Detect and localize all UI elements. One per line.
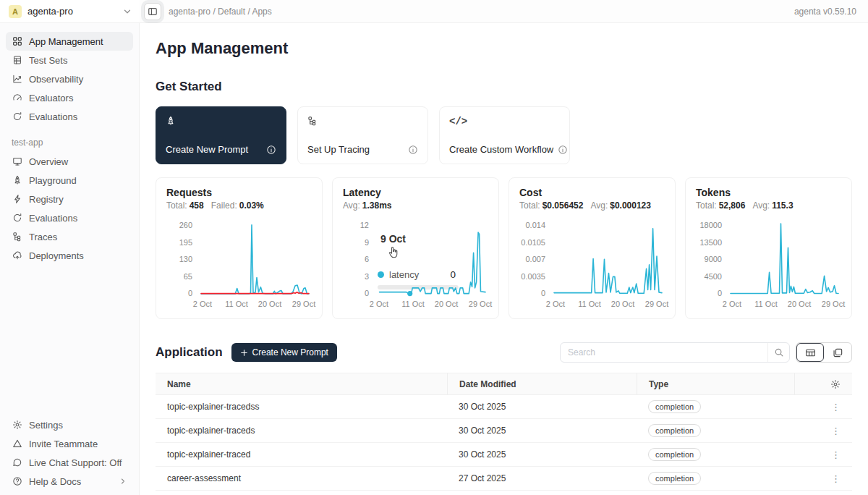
y-tick-label: 65 [184,272,192,281]
metric-card-cost: CostTotal:$0.056452Avg:$0.0001230.0140.0… [509,177,676,319]
info-icon[interactable] [266,145,276,155]
get-started-card-create-new-prompt[interactable]: Create New Prompt [156,106,286,164]
x-tick-label: 2 Oct [546,300,565,308]
y-tick-label: 12 [360,221,369,229]
chart-line-icon [12,74,22,84]
applications-table: NameDate ModifiedType topic-explainer-tr… [156,373,852,491]
sidebar-item-evaluations[interactable]: Evaluations [6,107,133,126]
app-name-cell[interactable]: topic-explainer-traced [156,449,447,460]
sidebar-item-evaluators[interactable]: Evaluators [6,88,133,107]
refresh-icon [12,213,22,223]
cost-chart[interactable] [552,221,664,297]
app-name-cell[interactable]: topic-explainer-traceds [156,426,447,436]
y-tick-label: 0.0035 [521,272,545,281]
y-tick-label: 13500 [699,238,722,247]
app-name-cell[interactable]: topic-explainer-tracedss [156,402,447,412]
x-tick-label: 11 Oct [578,300,601,308]
x-tick-label: 11 Oct [401,300,425,308]
get-started-card-set-up-tracing[interactable]: Set Up Tracing [297,106,428,164]
column-header-date-modified[interactable]: Date Modified [447,373,637,394]
row-menu-button[interactable]: ⋮ [831,450,841,460]
sidebar-item-label: Traces [29,232,57,242]
table-row[interactable]: topic-explainer-traced30 Oct 2025complet… [156,443,852,467]
table-row[interactable]: topic-explainer-traceds30 Oct 2025comple… [156,419,852,443]
y-tick-label: 4500 [705,272,722,281]
info-icon[interactable] [558,145,568,155]
breadcrumb[interactable]: agenta-pro / Default / Apps [169,7,272,17]
app-name-cell[interactable]: career-assessment [156,473,447,483]
table-row[interactable]: topic-explainer-tracedss30 Oct 2025compl… [156,395,852,419]
y-tick-label: 0 [188,289,192,297]
metric-card-latency: LatencyAvg:1.38ms1296302 Oct11 Oct20 Oct… [332,177,499,319]
metric-stat: Total:458 [166,200,204,211]
row-menu-button[interactable]: ⋮ [831,426,841,436]
search-input[interactable] [561,347,767,358]
x-tick-label: 11 Oct [225,300,248,308]
sidebar-item-app-management[interactable]: App Management [6,32,133,51]
sidebar-app-group: OverviewPlaygroundRegistryEvaluationsTra… [0,152,139,265]
metric-stat: Avg:1.38ms [343,200,392,211]
sidebar-item-evaluations[interactable]: Evaluations [6,208,133,227]
grid-icon [12,36,22,46]
column-header-name[interactable]: Name [156,373,447,394]
sidebar-item-playground[interactable]: Playground [6,171,133,190]
info-icon[interactable] [408,145,418,155]
sidebar-item-deployments[interactable]: Deployments [6,246,133,265]
get-started-title: Get Started [156,80,852,94]
type-badge: completion [648,424,701,437]
sidebar-toggle-button[interactable] [144,3,161,20]
metric-stat: Avg:115.3 [752,200,793,211]
tokens-chart[interactable] [728,221,841,297]
type-cell: completion [637,472,794,485]
requests-chart[interactable] [199,221,311,297]
metric-stat: Avg:$0.000123 [590,200,651,211]
workspace-selector[interactable]: A agenta-pro [0,0,140,22]
type-cell: completion [637,424,794,437]
table-row[interactable]: career-assessment27 Oct 2025completion⋮ [156,467,852,491]
metric-card-tokens: TokensTotal:52,806Avg:115.31800013500900… [685,177,852,319]
gear-icon [830,379,841,389]
sidebar-item-label: Evaluators [29,93,73,103]
create-new-prompt-button[interactable]: Create New Prompt [231,343,337,362]
sidebar-item-traces[interactable]: Traces [6,227,133,246]
x-tick-label: 20 Oct [788,300,811,308]
metric-card-requests: RequestsTotal:458Failed:0.03%26019513065… [156,177,323,319]
row-menu-button[interactable]: ⋮ [831,402,841,412]
metrics-row: RequestsTotal:458Failed:0.03%26019513065… [156,177,852,319]
workspace-avatar: A [9,5,22,18]
column-settings-button[interactable] [794,373,852,394]
search-icon[interactable] [767,343,789,362]
tree-icon [307,116,418,126]
card-view-button[interactable] [824,343,851,362]
sidebar-item-label: Evaluations [29,111,77,122]
get-started-card-create-custom-workflow[interactable]: </>Create Custom Workflow [439,106,570,164]
table-view-button[interactable] [796,343,824,362]
x-tick-label: 29 Oct [822,300,845,308]
sidebar-item-observability[interactable]: Observability [6,69,133,88]
sidebar-item-label: Deployments [29,250,84,261]
rocket-icon [166,116,276,126]
workspace-name: agenta-pro [27,6,116,17]
y-tick-label: 0.014 [525,221,545,229]
sidebar-item-live-chat-support-off[interactable]: Live Chat Support: Off [6,453,133,472]
sidebar-item-overview[interactable]: Overview [6,152,133,171]
tree-icon [12,232,22,242]
tooltip-series-row: latency0 [375,268,459,282]
sidebar-item-test-sets[interactable]: Test Sets [6,51,133,69]
column-header-type[interactable]: Type [637,373,794,394]
sidebar-item-registry[interactable]: Registry [6,190,133,208]
sidebar-item-label: Playground [29,175,77,186]
sidebar-item-help-docs[interactable]: Help & Docs [6,472,133,491]
date-modified-cell: 27 Oct 2025 [447,473,637,483]
sidebar-item-invite-teammate[interactable]: Invite Teammate [6,434,133,453]
metric-title: Cost [519,187,665,198]
metric-title: Requests [166,187,312,198]
y-tick-label: 9000 [705,255,722,263]
sidebar-item-settings[interactable]: Settings [6,415,133,434]
gear-icon [12,420,22,430]
x-tick-label: 2 Oct [370,300,388,308]
tooltip-value: 0 [450,269,456,280]
type-badge: completion [648,400,701,413]
table-body: topic-explainer-tracedss30 Oct 2025compl… [156,395,852,491]
row-menu-button[interactable]: ⋮ [831,474,841,483]
